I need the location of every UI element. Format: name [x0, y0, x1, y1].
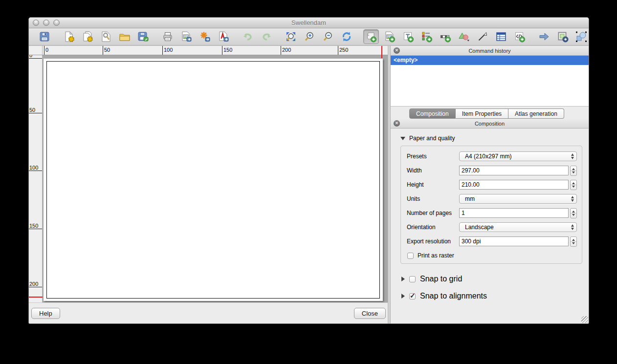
tab-item-properties[interactable]: Item Properties [456, 108, 508, 119]
add-basic-shape-button[interactable] [456, 29, 472, 44]
command-history-item-selected[interactable]: <empty> [391, 56, 589, 65]
paper-and-quality-section[interactable]: Paper and quality [400, 135, 589, 142]
export-resolution-input[interactable] [459, 236, 569, 246]
new-composition-icon [63, 31, 75, 43]
add-shape-icon [458, 31, 470, 43]
print-button[interactable] [160, 29, 176, 44]
duplicate-composition-icon [82, 31, 93, 43]
horizontal-ruler: 0 50 100 150 200 250 [43, 46, 388, 55]
vertical-ruler: 0 50 100 150 200 [29, 55, 43, 302]
command-history-title: Command history [468, 48, 510, 54]
export-resolution-stepper[interactable] [570, 236, 577, 247]
close-window-button[interactable] [33, 20, 39, 26]
zoom-out-button[interactable] [320, 29, 336, 44]
duplicate-composition-button[interactable] [80, 29, 95, 44]
minimize-window-button[interactable] [43, 20, 49, 26]
add-attribute-table-button[interactable] [493, 29, 509, 44]
save-template-icon [137, 31, 149, 43]
export-as-svg-button[interactable] [197, 29, 213, 44]
width-stepper[interactable] [570, 166, 577, 176]
close-panel-icon[interactable] [394, 47, 400, 54]
add-arrow-button[interactable] [475, 29, 490, 44]
refresh-icon [341, 31, 353, 43]
composition-panel-body: Paper and quality Presets A4 (210x297 mm… [391, 128, 589, 323]
tab-composition[interactable]: Composition [409, 108, 456, 119]
composition-panel-header: Composition [391, 119, 589, 128]
orientation-combo[interactable]: Landscape [459, 222, 577, 232]
refresh-view-button[interactable] [339, 29, 354, 44]
add-image-button[interactable] [382, 29, 397, 44]
composition-page[interactable] [44, 59, 383, 301]
close-panel-icon[interactable] [394, 120, 400, 127]
tab-atlas-generation[interactable]: Atlas generation [508, 108, 564, 119]
triangle-right-icon[interactable] [401, 277, 405, 281]
combo-arrows-icon [571, 224, 574, 230]
height-stepper[interactable] [570, 180, 577, 190]
export-as-image-button[interactable] [178, 29, 194, 44]
composer-toolbar: » [29, 28, 589, 46]
composer-window: Swellendam [28, 17, 589, 324]
width-input[interactable] [459, 166, 569, 175]
width-label: Width [407, 167, 459, 174]
presets-row: Presets A4 (210x297 mm) [407, 151, 577, 161]
select-shapes-icon [575, 31, 587, 43]
window-title: Swellendam [291, 19, 326, 26]
zoom-in-button[interactable] [302, 29, 317, 44]
add-new-map-button[interactable] [363, 29, 379, 44]
snap-to-alignments-row: Snap to alignments [401, 292, 589, 300]
new-composition-button[interactable] [61, 29, 77, 44]
redo-button[interactable] [259, 29, 274, 44]
zoom-in-icon [304, 31, 315, 43]
folder-icon [119, 31, 131, 43]
add-image-icon [384, 31, 396, 43]
triangle-down-icon [400, 137, 405, 140]
presets-combo[interactable]: A4 (210x297 mm) [459, 151, 577, 161]
add-new-scalebar-button[interactable] [438, 29, 453, 44]
print-as-raster-checkbox[interactable] [407, 253, 414, 259]
select-move-item-button[interactable] [573, 29, 589, 44]
composition-manager-button[interactable] [98, 29, 114, 44]
zoom-full-button[interactable] [283, 29, 299, 44]
move-content-button[interactable] [555, 29, 571, 44]
save-project-button[interactable] [37, 29, 52, 44]
print-as-raster-label: Print as raster [418, 252, 454, 259]
snap-to-grid-row: Snap to grid [401, 275, 589, 283]
composer-canvas-area: 0 50 100 150 200 250 0 50 100 150 200 [29, 46, 388, 302]
close-button[interactable]: Close [354, 308, 386, 319]
zoom-window-button[interactable] [53, 20, 60, 26]
snap-to-alignments-label: Snap to alignments [420, 292, 487, 300]
add-label-icon [402, 31, 414, 43]
save-as-template-button[interactable] [135, 29, 151, 44]
undo-button[interactable] [240, 29, 256, 44]
window-resize-grip[interactable] [581, 316, 588, 323]
panel-tab-bar: Composition Item Properties Atlas genera… [391, 107, 589, 119]
command-history-header: Command history [391, 46, 589, 56]
height-input[interactable] [459, 180, 569, 190]
add-new-label-button[interactable] [400, 29, 416, 44]
title-bar[interactable]: Swellendam [29, 18, 589, 28]
units-row: Units mm [407, 194, 577, 204]
triangle-right-icon[interactable] [401, 294, 405, 299]
units-combo[interactable]: mm [459, 194, 577, 204]
number-of-pages-input[interactable] [459, 208, 569, 218]
combo-arrows-icon [571, 153, 574, 159]
height-row: Height [407, 180, 577, 190]
snap-to-alignments-checkbox[interactable] [409, 293, 416, 300]
redo-arrow-icon [261, 31, 272, 43]
print-as-raster-row: Print as raster [407, 252, 577, 259]
add-html-frame-button[interactable] [512, 29, 528, 44]
composition-viewport[interactable] [43, 55, 388, 302]
help-button[interactable]: Help [31, 308, 60, 319]
number-of-pages-stepper[interactable] [570, 208, 577, 218]
load-from-template-button[interactable] [117, 29, 132, 44]
move-item-content-button[interactable] [536, 29, 552, 44]
add-arrow-icon [477, 31, 488, 43]
composition-manager-icon [100, 31, 112, 43]
arrow-right-icon [538, 31, 550, 43]
number-of-pages-label: Number of pages [407, 210, 459, 216]
export-as-pdf-button[interactable] [216, 29, 231, 44]
add-new-legend-button[interactable] [419, 29, 435, 44]
add-scalebar-icon [440, 31, 451, 43]
snap-to-grid-checkbox[interactable] [409, 276, 416, 282]
command-history-list[interactable]: <empty> [391, 56, 589, 107]
